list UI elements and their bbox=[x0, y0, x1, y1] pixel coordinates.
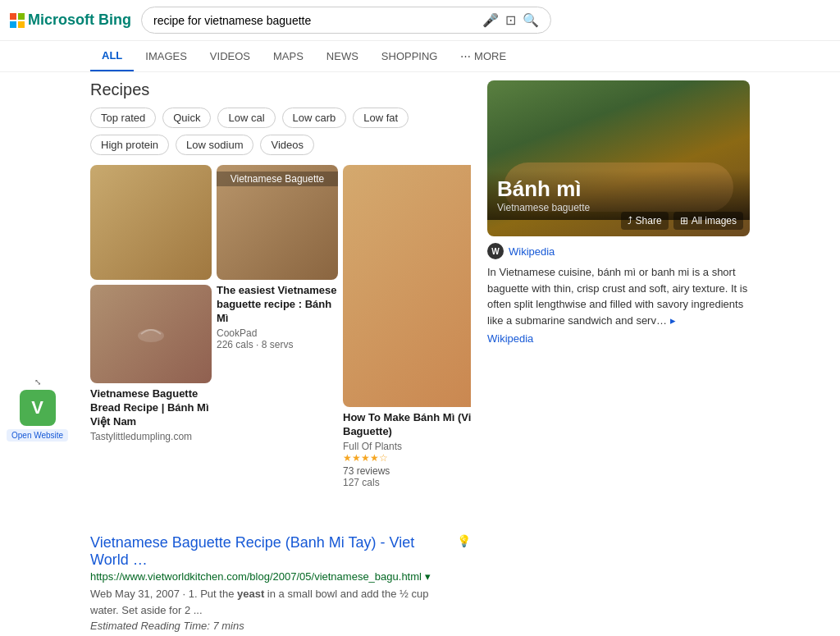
search-button[interactable]: 🔍 bbox=[523, 12, 539, 28]
knowledge-panel-image: Bánh mì Vietnamese baguette ⤴ Share ⊞ Al… bbox=[487, 80, 750, 236]
wiki-source: W Wikipedia bbox=[487, 243, 750, 259]
knowledge-action-buttons: ⤴ Share ⊞ All images bbox=[621, 212, 743, 230]
filter-videos[interactable]: Videos bbox=[260, 135, 314, 155]
nav-tabs: ALL IMAGES VIDEOS MAPS NEWS SHOPPING ⋯ M… bbox=[0, 41, 840, 72]
knowledge-desc-text: In Vietnamese cuisine, bánh mì or banh m… bbox=[487, 266, 747, 327]
recipe-card-1-source: Tastylittledumpling.com bbox=[90, 431, 212, 442]
tab-more[interactable]: ⋯ MORE bbox=[449, 41, 518, 71]
expand-icon[interactable]: ⤡ bbox=[34, 377, 41, 387]
recipe-card-3-meta: 127 cals bbox=[343, 477, 471, 488]
result-url: https://www.vietworldkitchen.com/blog/20… bbox=[90, 570, 452, 583]
recipe-card-3-stars: ★★★★☆ bbox=[343, 452, 471, 464]
reading-time: Estimated Reading Time: 7 mins bbox=[90, 620, 452, 632]
bing-logo-text: Microsoft Bing bbox=[28, 11, 131, 29]
recipe-cards-row: Vietnamese Baguette Bread Recipe | Bánh … bbox=[90, 165, 471, 521]
right-panel: Bánh mì Vietnamese baguette ⤴ Share ⊞ Al… bbox=[487, 80, 750, 636]
tab-images[interactable]: IMAGES bbox=[134, 41, 199, 71]
wiki-source-label[interactable]: Wikipedia bbox=[509, 245, 555, 258]
main-content: Recipes Top rated Quick Low cal Low carb… bbox=[0, 72, 840, 636]
recipe-card-2-title: The easiest Vietnamese baguette recipe :… bbox=[217, 284, 338, 326]
filter-top-rated[interactable]: Top rated bbox=[90, 108, 156, 128]
header: Microsoft Bing 🎤 ⊡ 🔍 bbox=[0, 0, 840, 41]
recipe-card-1-title: Vietnamese Baguette Bread Recipe | Bánh … bbox=[90, 387, 212, 429]
food-bowl-icon bbox=[135, 318, 167, 350]
tab-maps[interactable]: MAPS bbox=[262, 41, 315, 71]
share-icon: ⤴ bbox=[628, 215, 632, 226]
share-label: Share bbox=[636, 215, 662, 226]
recipe-card-1b-img bbox=[90, 285, 212, 383]
filter-chips: Top rated Quick Low cal Low carb Low fat… bbox=[90, 108, 471, 155]
search-input[interactable] bbox=[153, 14, 476, 27]
snippet-prefix: Web May 31, 2007 · 1. Put the bbox=[90, 588, 237, 600]
recipe-card-1-img bbox=[90, 165, 212, 280]
svg-rect-3 bbox=[18, 21, 25, 28]
recipe-card-3-reviews: 73 reviews bbox=[343, 465, 390, 477]
recipe-card-3-source: Full Of Plants bbox=[343, 441, 471, 452]
search-icons: 🎤 ⊡ 🔍 bbox=[482, 12, 539, 28]
search-result: Vietnamese Baguette Recipe (Banh Mi Tay)… bbox=[90, 534, 471, 636]
recipe-card-2-source: CookPad bbox=[217, 327, 338, 339]
result-url-text: https://www.vietworldkitchen.com/blog/20… bbox=[90, 570, 422, 583]
recipe-card-2[interactable]: Vietnamese Baguette The easiest Vietname… bbox=[217, 165, 338, 521]
wikipedia-icon: W bbox=[487, 243, 504, 259]
recipe-card-1[interactable]: Vietnamese Baguette Bread Recipe | Bánh … bbox=[90, 165, 212, 521]
recipe-card-3-img bbox=[343, 165, 471, 407]
filter-low-fat[interactable]: Low fat bbox=[353, 108, 409, 128]
svg-point-4 bbox=[138, 329, 164, 342]
svg-rect-1 bbox=[18, 13, 25, 20]
filter-high-protein[interactable]: High protein bbox=[90, 135, 169, 155]
recipes-title: Recipes bbox=[90, 80, 471, 99]
sidebar-site-icon[interactable]: V bbox=[20, 390, 56, 426]
recipe-card-3-title: How To Make Bánh Mì (Vietnamese Baguette… bbox=[343, 411, 471, 439]
filter-low-cal[interactable]: Low cal bbox=[217, 108, 275, 128]
url-dropdown-icon[interactable]: ▾ bbox=[425, 570, 431, 583]
knowledge-title: Bánh mì bbox=[497, 176, 740, 202]
all-images-label: All images bbox=[692, 215, 737, 226]
wikipedia-link[interactable]: Wikipedia bbox=[487, 332, 533, 345]
filter-low-sodium[interactable]: Low sodium bbox=[176, 135, 253, 155]
svg-rect-2 bbox=[10, 21, 16, 28]
camera-icon[interactable]: ⊡ bbox=[505, 12, 516, 28]
share-button[interactable]: ⤴ Share bbox=[621, 212, 669, 230]
all-images-button[interactable]: ⊞ All images bbox=[673, 212, 743, 230]
snippet-bold: yeast bbox=[237, 588, 264, 600]
recipe-card-3[interactable]: How To Make Bánh Mì (Vietnamese Baguette… bbox=[343, 165, 471, 521]
search-bar: 🎤 ⊡ 🔍 bbox=[141, 7, 551, 34]
left-column: Recipes Top rated Quick Low cal Low carb… bbox=[90, 80, 471, 636]
knowledge-description: In Vietnamese cuisine, bánh mì or banh m… bbox=[487, 264, 750, 328]
tab-shopping[interactable]: SHOPPING bbox=[370, 41, 450, 71]
sidebar-float: ⤡ V Open Website bbox=[7, 377, 68, 442]
filter-low-carb[interactable]: Low carb bbox=[282, 108, 347, 128]
tab-videos[interactable]: VIDEOS bbox=[199, 41, 262, 71]
lightbulb-icon[interactable]: 💡 bbox=[457, 534, 471, 547]
result-snippet: Web May 31, 2007 · 1. Put the yeast in a… bbox=[90, 586, 452, 618]
mic-icon[interactable]: 🎤 bbox=[482, 12, 499, 28]
recipe-card-2-meta: 226 cals · 8 servs bbox=[217, 339, 338, 350]
result-title-link[interactable]: Vietnamese Baguette Recipe (Banh Mi Tay)… bbox=[90, 534, 452, 569]
recipe-card-2-img: Vietnamese Baguette bbox=[217, 165, 338, 280]
tab-all[interactable]: ALL bbox=[90, 41, 134, 71]
knowledge-more-link[interactable]: ▸ bbox=[670, 314, 676, 327]
tab-news[interactable]: NEWS bbox=[315, 41, 370, 71]
ms-logo-icon bbox=[10, 13, 25, 28]
filter-quick[interactable]: Quick bbox=[162, 108, 211, 128]
open-website-button[interactable]: Open Website bbox=[7, 429, 68, 442]
bing-logo: Microsoft Bing bbox=[10, 11, 131, 29]
wiki-icon-label: W bbox=[491, 247, 499, 256]
svg-rect-0 bbox=[10, 13, 16, 20]
images-icon: ⊞ bbox=[680, 215, 688, 226]
